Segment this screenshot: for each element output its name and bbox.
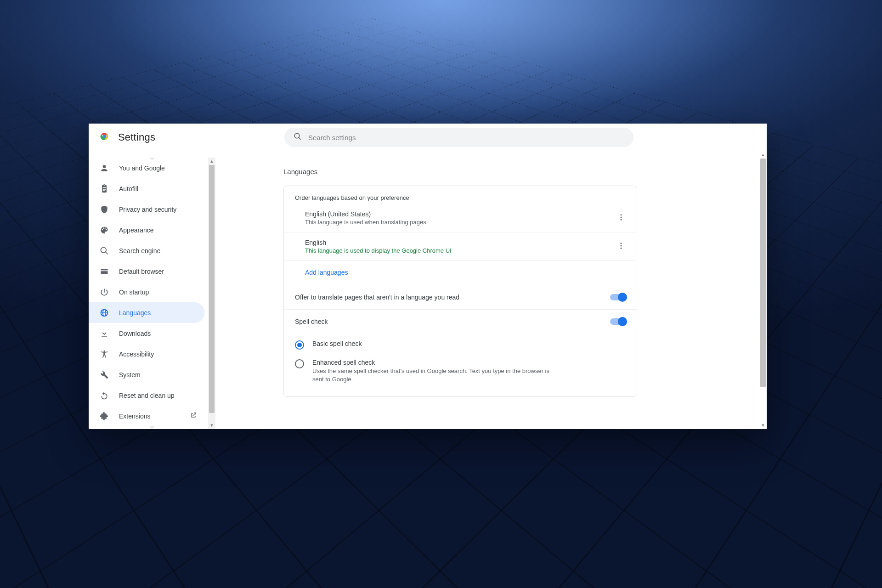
person-icon bbox=[100, 164, 109, 173]
search-row bbox=[215, 124, 767, 151]
sidebar-item-default-browser[interactable]: Default browser bbox=[89, 261, 208, 282]
search-box[interactable] bbox=[284, 128, 633, 147]
language-row: English This language is used to display… bbox=[284, 232, 637, 260]
sidebar-item-you-and-google[interactable]: You and Google bbox=[89, 158, 208, 178]
radio-enhanced-label: Enhanced spell check bbox=[312, 359, 551, 366]
radio-row-enhanced[interactable]: Enhanced spell check Uses the same spell… bbox=[295, 354, 626, 388]
sidebar-scrollbar[interactable]: ▲ ▼ bbox=[208, 158, 215, 429]
shield-icon bbox=[100, 205, 109, 214]
sidebar-item-label: Reset and clean up bbox=[119, 392, 175, 399]
sidebar-item-label: Default browser bbox=[119, 268, 164, 275]
sidebar-item-label: Extensions bbox=[119, 413, 150, 420]
radio-enhanced[interactable] bbox=[295, 359, 304, 368]
sidebar-item-on-startup[interactable]: On startup bbox=[89, 282, 208, 302]
order-heading: Order languages based on your preference bbox=[284, 186, 637, 204]
scroll-up-icon[interactable]: ▲ bbox=[759, 151, 767, 158]
spellcheck-label: Spell check bbox=[295, 318, 328, 325]
language-name: English bbox=[305, 239, 616, 246]
restore-icon bbox=[100, 391, 109, 400]
browser-icon bbox=[100, 267, 109, 276]
scroll-down-icon[interactable]: ▼ bbox=[759, 422, 767, 429]
open-external-icon bbox=[190, 412, 197, 420]
sidebar-item-autofill[interactable]: Autofill bbox=[89, 178, 208, 199]
clipboard-icon bbox=[100, 184, 109, 193]
sidebar-item-search-engine[interactable]: Search engine bbox=[89, 240, 208, 261]
radio-basic-label: Basic spell check bbox=[312, 340, 362, 347]
sidebar-item-label: Accessibility bbox=[119, 351, 154, 358]
sidebar-item-label: Search engine bbox=[119, 247, 160, 254]
spellcheck-options: Basic spell check Enhanced spell check U… bbox=[284, 334, 637, 396]
languages-page: Languages Order languages based on your … bbox=[283, 151, 637, 397]
svg-point-4 bbox=[621, 216, 622, 218]
section-title: Languages bbox=[283, 168, 637, 175]
sidebar-item-label: Appearance bbox=[119, 226, 154, 234]
brand-row: Settings bbox=[89, 124, 215, 151]
svg-point-7 bbox=[621, 245, 622, 246]
translate-label: Offer to translate pages that aren't in … bbox=[295, 294, 459, 301]
sidebar-item-label: Languages bbox=[119, 309, 151, 317]
spellcheck-toggle[interactable] bbox=[610, 318, 626, 325]
translate-toggle-row: Offer to translate pages that aren't in … bbox=[284, 285, 637, 309]
content-scrollarea: Languages Order languages based on your … bbox=[215, 151, 767, 429]
sidebar-item-extensions[interactable]: Extensions bbox=[89, 406, 208, 426]
scrollbar-thumb[interactable] bbox=[209, 165, 215, 413]
sidebar-scrollarea: You and Google Autofill Privacy and secu… bbox=[89, 151, 215, 429]
sidebar-item-accessibility[interactable]: Accessibility bbox=[89, 344, 208, 364]
download-icon bbox=[100, 329, 109, 338]
main-area: Languages Order languages based on your … bbox=[215, 124, 767, 429]
content-scrollbar[interactable]: ▲ ▼ bbox=[759, 151, 767, 429]
accessibility-icon bbox=[100, 350, 109, 359]
scroll-down-icon[interactable]: ▼ bbox=[208, 422, 215, 429]
sidebar-item-label: On startup bbox=[119, 288, 149, 296]
language-subtext: This language is used to display the Goo… bbox=[305, 247, 616, 254]
sidebar-item-label: Downloads bbox=[119, 330, 151, 337]
sidebar-item-appearance[interactable]: Appearance bbox=[89, 220, 208, 240]
power-icon bbox=[100, 288, 109, 297]
sidebar-item-languages[interactable]: Languages bbox=[89, 302, 204, 323]
wrench-icon bbox=[100, 370, 109, 379]
svg-point-6 bbox=[621, 243, 622, 244]
radio-row-basic[interactable]: Basic spell check bbox=[295, 335, 626, 354]
sidebar-item-label: System bbox=[119, 371, 141, 379]
globe-icon bbox=[100, 308, 109, 317]
svg-point-3 bbox=[621, 214, 622, 215]
settings-window: Settings You and Google Autofill Privacy… bbox=[89, 124, 767, 429]
radio-enhanced-sub: Uses the same spell checker that's used … bbox=[312, 367, 551, 384]
language-row: English (United States) This language is… bbox=[284, 204, 637, 232]
sidebar-item-reset-cleanup[interactable]: Reset and clean up bbox=[89, 385, 208, 406]
search-icon bbox=[294, 132, 302, 142]
search-icon bbox=[100, 246, 109, 255]
more-options-button[interactable] bbox=[616, 213, 627, 223]
sidebar-list: You and Google Autofill Privacy and secu… bbox=[89, 158, 215, 426]
sidebar-item-system[interactable]: System bbox=[89, 364, 208, 385]
extension-icon bbox=[100, 412, 109, 421]
languages-card: Order languages based on your preference… bbox=[283, 186, 637, 397]
svg-point-5 bbox=[621, 219, 622, 220]
sidebar-item-label: You and Google bbox=[119, 164, 165, 172]
sidebar-item-privacy-security[interactable]: Privacy and security bbox=[89, 199, 208, 220]
sidebar-item-label: Privacy and security bbox=[119, 206, 176, 213]
app-title: Settings bbox=[118, 131, 155, 143]
translate-toggle[interactable] bbox=[610, 294, 626, 300]
sidebar: Settings You and Google Autofill Privacy… bbox=[89, 124, 215, 429]
spellcheck-toggle-row: Spell check bbox=[284, 309, 637, 334]
sidebar-item-downloads[interactable]: Downloads bbox=[89, 323, 208, 344]
add-languages-row: Add languages bbox=[284, 260, 637, 285]
add-languages-link[interactable]: Add languages bbox=[305, 269, 348, 276]
sidebar-item-label: Autofill bbox=[119, 185, 138, 192]
language-subtext: This language is used when translating p… bbox=[305, 219, 616, 226]
palette-icon bbox=[100, 226, 109, 235]
chrome-logo-icon bbox=[100, 131, 110, 143]
language-name: English (United States) bbox=[305, 210, 616, 218]
radio-basic[interactable] bbox=[295, 340, 304, 350]
scrollbar-thumb[interactable] bbox=[760, 158, 766, 387]
more-options-button[interactable] bbox=[616, 242, 627, 252]
search-input[interactable] bbox=[308, 134, 624, 141]
svg-point-8 bbox=[621, 247, 622, 249]
scroll-up-icon[interactable]: ▲ bbox=[208, 158, 215, 165]
